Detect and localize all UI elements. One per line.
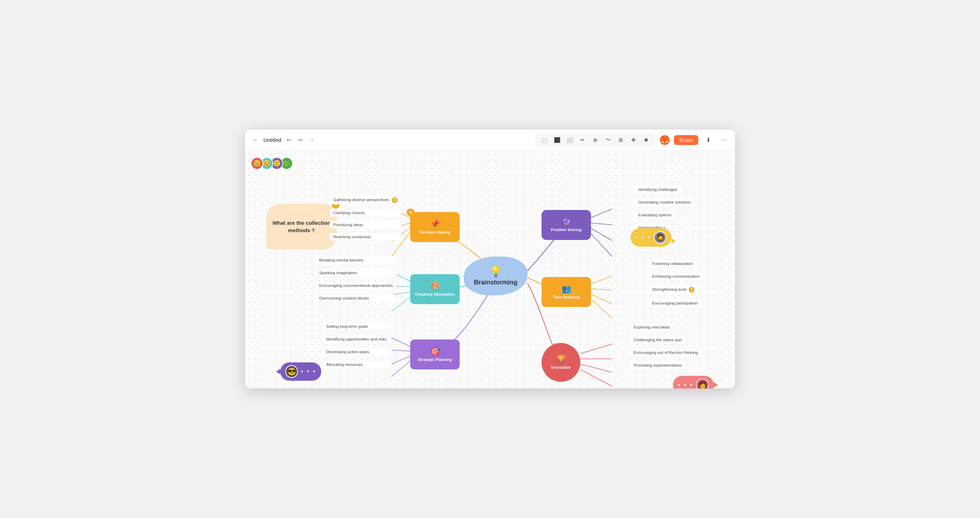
toolbar-pen[interactable]: ✏ — [577, 134, 589, 146]
teambuilding-leaves: Fostering collaboration Enhancing commun… — [649, 260, 703, 307]
teambuilding-node[interactable]: 👥 Team Building — [541, 277, 591, 307]
leaf-fostering: Fostering collaboration — [649, 260, 697, 267]
creativity-label: Creativity Stimulation — [414, 292, 456, 297]
leaf-generating: Generating creative solutions — [635, 199, 694, 206]
bubble-arrow-left — [276, 369, 280, 374]
download-button[interactable]: ⬇ — [703, 134, 714, 146]
canvas-area[interactable]: 😐 😊 🙂 🟢 3 What are the collection method… — [245, 151, 735, 389]
undo-button[interactable]: ↩ — [284, 135, 294, 145]
leaf-promoting: Promoting experimentation — [630, 362, 686, 369]
creativity-leaves: Breaking mental barriers Sparking imagin… — [316, 257, 396, 302]
svg-line-23 — [581, 369, 612, 386]
leaf-developing: Developing action plans — [323, 348, 390, 355]
chat-bubble-right-bottom[interactable]: 👩 • • • — [673, 376, 714, 389]
redo-button[interactable]: ↪ — [296, 135, 305, 145]
svg-line-14 — [591, 228, 612, 241]
teambuilding-label: Team Building — [552, 295, 581, 300]
svg-line-9 — [391, 350, 410, 351]
chat-avatar-right-bottom: 👩 — [696, 379, 709, 389]
problem-icon: 🔮 — [562, 218, 571, 226]
question-text: What are the collection methods ? — [272, 219, 331, 234]
toolbar-add[interactable]: ⊕ — [590, 134, 601, 146]
leaf-identifying-ch: Identifying challenges — [635, 186, 681, 193]
strategic-leaves: Setting long-term goals Identifying oppo… — [323, 323, 390, 368]
central-node[interactable]: 💡 Brainstorming — [464, 257, 527, 296]
back-button[interactable]: ← — [251, 135, 261, 145]
toolbar-select[interactable]: ⬚ — [539, 134, 550, 146]
svg-line-20 — [581, 344, 612, 354]
leaf-clarifying: Clarifying choices — [330, 209, 401, 216]
toolbar-center: ⬚ ⬛ ⬜ ✏ ⊕ 〜 ⊞ ✥ ✱ — [536, 133, 655, 147]
more-button[interactable]: ··· — [718, 134, 729, 146]
leaf-allocating: Allocating resources — [323, 361, 390, 368]
strategic-icon: 🎯 — [430, 347, 440, 356]
problem-node[interactable]: 🔮 Problem Solving — [541, 210, 591, 240]
leaf-enhancing: Enhancing communication — [649, 273, 703, 280]
decision-leaves: Gathering diverse perspectives 3 Clarify… — [330, 196, 401, 240]
forward-button[interactable]: → — [307, 135, 317, 145]
gathering-badge: 3 — [392, 197, 398, 203]
leaf-exploring: Exploring new ideas — [630, 324, 674, 331]
chat-avatar-right-top: 🧔 — [654, 231, 667, 244]
svg-line-16 — [591, 276, 612, 284]
chat-dots-left: • • • — [301, 368, 316, 375]
leaf-gathering: Gathering diverse perspectives 3 — [330, 196, 401, 204]
innovation-node[interactable]: 🏆 Innovation — [541, 343, 581, 382]
header: ← Untitled ↩ ↪ → ⬚ ⬛ ⬜ ✏ ⊕ 〜 ⊞ ✥ ✱ 🦊 Sha… — [245, 129, 735, 151]
creativity-node[interactable]: 🎨 Creativity Stimulation — [410, 274, 460, 304]
chat-dots-right-top: • • • — [635, 234, 651, 242]
svg-line-12 — [591, 209, 612, 218]
chat-bubble-left[interactable]: 😎 • • • — [280, 362, 321, 381]
toolbar-extra[interactable]: ✱ — [641, 134, 652, 146]
decision-label: Decision Making — [418, 230, 452, 235]
central-label: Brainstorming — [474, 279, 517, 286]
innovation-label: Innovation — [551, 365, 571, 370]
leaf-encouraging-oob: Encouraging out-of-the-box thinking — [630, 349, 702, 356]
collaborators-row: 😐 😊 🙂 🟢 — [251, 157, 293, 170]
app-window: ← Untitled ↩ ↪ → ⬚ ⬛ ⬜ ✏ ⊕ 〜 ⊞ ✥ ✱ 🦊 Sha… — [245, 129, 735, 389]
header-right: 🦊 Share ⬇ ··· — [660, 134, 729, 146]
svg-line-17 — [591, 289, 612, 290]
central-icon: 💡 — [490, 266, 502, 277]
svg-line-15 — [591, 234, 612, 257]
decision-badge: 3 — [407, 208, 414, 216]
leaf-breaking: Breaking mental barriers — [316, 257, 396, 264]
question-box: 3 What are the collection methods ? — [266, 203, 337, 249]
strategic-node[interactable]: 🎯 Strategic Planning — [410, 340, 460, 369]
toolbar-shape[interactable]: ⬜ — [565, 134, 576, 146]
chat-bubble-right-top[interactable]: 🧔 • • • — [630, 228, 671, 247]
svg-line-11 — [391, 361, 410, 377]
innovation-icon: 🏆 — [556, 354, 566, 364]
decision-icon: 📌 — [430, 219, 440, 229]
document-title: Untitled — [263, 137, 282, 143]
toolbar-move[interactable]: ✥ — [628, 134, 640, 146]
leaf-strengthening: Strengthening trust 1 — [649, 286, 698, 294]
header-avatar: 🦊 — [660, 135, 670, 145]
leaf-prioritizing: Prioritizing ideas — [330, 221, 401, 228]
leaf-sparking: Sparking imagination — [316, 269, 396, 276]
leaf-encouraging-unc: Encouraging unconventional approaches — [316, 282, 396, 289]
leaf-identifying-opp: Identifying opportunities and risks — [323, 335, 390, 343]
creativity-icon: 🎨 — [430, 281, 440, 291]
svg-line-13 — [591, 223, 612, 225]
leaf-encouraging-part: Encouraging participation — [649, 300, 702, 307]
chat-avatar-left: 😎 — [285, 365, 298, 378]
problem-label: Problem Solving — [550, 227, 583, 232]
strategic-label: Strategic Planning — [417, 358, 453, 362]
toolbar-frame[interactable]: ⬛ — [552, 134, 563, 146]
innovation-leaves: Exploring new ideas Challenging the stat… — [630, 324, 702, 369]
strengthening-badge: 1 — [689, 287, 694, 292]
svg-line-22 — [581, 364, 612, 372]
toolbar-connector[interactable]: 〜 — [603, 134, 614, 146]
toolbar-table[interactable]: ⊞ — [615, 134, 627, 146]
problem-leaves: Identifying challenges Generating creati… — [635, 186, 694, 231]
chat-dots-right-bottom: • • • — [678, 381, 694, 389]
share-button[interactable]: Share — [674, 135, 698, 145]
svg-line-10 — [391, 356, 410, 364]
leaf-setting: Setting long-term goals — [323, 323, 390, 330]
svg-line-18 — [591, 294, 612, 304]
undo-redo-group: ↩ ↪ → — [284, 135, 317, 145]
bubble-arrow-right-top — [671, 238, 676, 244]
decision-node[interactable]: 3 📌 Decision Making — [410, 212, 460, 242]
leaf-challenging: Challenging the status quo — [630, 336, 685, 343]
